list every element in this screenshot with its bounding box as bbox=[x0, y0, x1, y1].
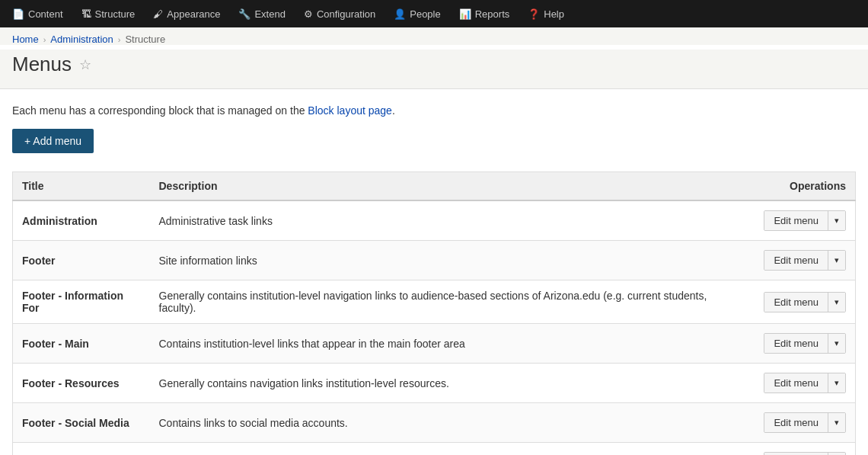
nav-label-help: Help bbox=[544, 8, 564, 20]
nav-item-people[interactable]: 👤People bbox=[385, 0, 449, 27]
row-title-3: Footer - Main bbox=[13, 324, 150, 364]
breadcrumb-structure: Structure bbox=[125, 34, 165, 45]
table-row: Administration Administrative task links… bbox=[13, 200, 856, 241]
row-title-0: Administration bbox=[13, 200, 150, 241]
edit-btn-group-5: Edit menu ▾ bbox=[764, 412, 846, 433]
breadcrumb: Home › Administration › Structure bbox=[12, 34, 856, 45]
structure-icon: 🏗 bbox=[81, 8, 91, 20]
favorite-star-icon[interactable]: ☆ bbox=[79, 56, 91, 73]
reports-icon: 📊 bbox=[459, 8, 471, 20]
help-icon: ❓ bbox=[528, 8, 540, 20]
nav-item-extend[interactable]: 🔧Extend bbox=[229, 0, 294, 27]
edit-menu-button-4[interactable]: Edit menu bbox=[764, 373, 828, 393]
edit-btn-group-3: Edit menu ▾ bbox=[764, 333, 846, 354]
edit-btn-group-4: Edit menu ▾ bbox=[764, 373, 846, 393]
info-paragraph: Each menu has a corresponding block that… bbox=[12, 104, 856, 117]
row-operations-4: Edit menu ▾ bbox=[742, 364, 856, 403]
nav-item-reports[interactable]: 📊Reports bbox=[450, 0, 519, 27]
row-title-2: Footer - Information For bbox=[13, 280, 150, 324]
edit-menu-button-3[interactable]: Edit menu bbox=[764, 334, 828, 353]
nav-item-appearance[interactable]: 🖌Appearance bbox=[144, 0, 229, 27]
edit-btn-group-2: Edit menu ▾ bbox=[764, 292, 846, 312]
nav-label-reports: Reports bbox=[475, 8, 510, 20]
table-row: Footer - Main Contains institution-level… bbox=[13, 324, 856, 364]
breadcrumb-sep-1: › bbox=[43, 35, 46, 44]
page-header: Menus ☆ bbox=[0, 50, 868, 89]
table-row: Footer - Topics Generally contains insti… bbox=[13, 443, 856, 456]
row-description-6: Generally contains institution-level nav… bbox=[150, 443, 742, 456]
row-operations-0: Edit menu ▾ bbox=[742, 200, 856, 241]
configuration-icon: ⚙ bbox=[304, 8, 313, 20]
info-text-before: Each menu has a corresponding block that… bbox=[12, 104, 308, 117]
edit-menu-dropdown-2[interactable]: ▾ bbox=[828, 293, 845, 312]
column-header-operations: Operations bbox=[742, 172, 856, 201]
edit-menu-dropdown-3[interactable]: ▾ bbox=[828, 334, 845, 353]
add-menu-button[interactable]: + Add menu bbox=[12, 129, 94, 153]
nav-label-extend: Extend bbox=[254, 8, 285, 20]
row-description-4: Generally contains navigation links inst… bbox=[150, 364, 742, 403]
nav-label-configuration: Configuration bbox=[317, 8, 375, 20]
nav-label-people: People bbox=[410, 8, 440, 20]
nav-label-appearance: Appearance bbox=[167, 8, 220, 20]
edit-menu-dropdown-0[interactable]: ▾ bbox=[828, 211, 845, 230]
row-operations-1: Edit menu ▾ bbox=[742, 241, 856, 280]
table-row: Footer - Social Media Contains links to … bbox=[13, 403, 856, 443]
row-title-5: Footer - Social Media bbox=[13, 403, 150, 443]
row-operations-5: Edit menu ▾ bbox=[742, 403, 856, 443]
row-title-6: Footer - Topics bbox=[13, 443, 150, 456]
content-icon: 📄 bbox=[12, 8, 24, 20]
edit-btn-group-1: Edit menu ▾ bbox=[764, 250, 846, 271]
nav-item-help[interactable]: ❓Help bbox=[519, 0, 573, 27]
edit-menu-button-5[interactable]: Edit menu bbox=[764, 413, 828, 432]
edit-btn-group-0: Edit menu ▾ bbox=[764, 210, 846, 231]
column-header-description: Description bbox=[150, 172, 742, 201]
main-content: Each menu has a corresponding block that… bbox=[0, 89, 868, 455]
page-title: Menus bbox=[12, 53, 72, 76]
nav-label-structure: Structure bbox=[95, 8, 136, 20]
breadcrumb-sep-2: › bbox=[118, 35, 121, 44]
breadcrumb-bar: Home › Administration › Structure bbox=[0, 27, 868, 45]
nav-label-content: Content bbox=[28, 8, 63, 20]
people-icon: 👤 bbox=[394, 8, 406, 20]
edit-menu-button-2[interactable]: Edit menu bbox=[764, 293, 828, 312]
breadcrumb-administration[interactable]: Administration bbox=[50, 34, 113, 45]
extend-icon: 🔧 bbox=[238, 8, 251, 20]
table-header-row: Title Description Operations bbox=[13, 172, 856, 201]
edit-menu-dropdown-5[interactable]: ▾ bbox=[828, 413, 845, 432]
nav-item-content[interactable]: 📄Content bbox=[3, 0, 72, 27]
top-navigation: 📄Content🏗Structure🖌Appearance🔧Extend⚙Con… bbox=[0, 0, 868, 27]
row-operations-2: Edit menu ▾ bbox=[742, 280, 856, 324]
edit-menu-dropdown-1[interactable]: ▾ bbox=[828, 251, 845, 270]
table-body: Administration Administrative task links… bbox=[13, 200, 856, 455]
row-description-0: Administrative task links bbox=[150, 200, 742, 241]
edit-menu-button-1[interactable]: Edit menu bbox=[764, 251, 828, 270]
edit-btn-group-6: Edit menu ▾ bbox=[764, 452, 846, 455]
breadcrumb-home[interactable]: Home bbox=[12, 34, 39, 45]
appearance-icon: 🖌 bbox=[153, 8, 163, 20]
table-row: Footer Site information links Edit menu … bbox=[13, 241, 856, 280]
nav-item-configuration[interactable]: ⚙Configuration bbox=[295, 0, 385, 27]
info-text-after: . bbox=[392, 104, 395, 117]
edit-menu-dropdown-4[interactable]: ▾ bbox=[828, 373, 845, 393]
column-header-title: Title bbox=[13, 172, 150, 201]
table-row: Footer - Resources Generally contains na… bbox=[13, 364, 856, 403]
row-description-1: Site information links bbox=[150, 241, 742, 280]
row-description-2: Generally contains institution-level nav… bbox=[150, 280, 742, 324]
menus-table: Title Description Operations Administrat… bbox=[12, 171, 856, 455]
block-layout-link[interactable]: Block layout page bbox=[308, 104, 392, 117]
edit-menu-button-0[interactable]: Edit menu bbox=[764, 211, 828, 230]
row-operations-6: Edit menu ▾ bbox=[742, 443, 856, 456]
row-operations-3: Edit menu ▾ bbox=[742, 324, 856, 364]
row-title-1: Footer bbox=[13, 241, 150, 280]
nav-item-structure[interactable]: 🏗Structure bbox=[72, 0, 145, 27]
table-row: Footer - Information For Generally conta… bbox=[13, 280, 856, 324]
row-description-5: Contains links to social media accounts. bbox=[150, 403, 742, 443]
row-title-4: Footer - Resources bbox=[13, 364, 150, 403]
row-description-3: Contains institution-level links that ap… bbox=[150, 324, 742, 364]
